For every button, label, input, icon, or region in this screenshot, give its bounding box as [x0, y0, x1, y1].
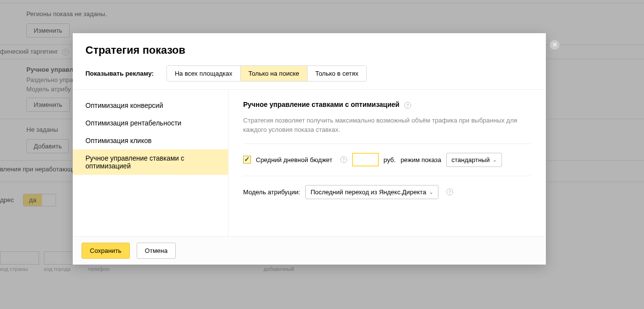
help-icon[interactable]: ? — [340, 156, 347, 163]
attribution-value: Последний переход из Яндекс.Директа — [311, 188, 426, 196]
chevron-down-icon: ⌄ — [493, 157, 497, 163]
close-icon[interactable]: ✕ — [550, 40, 560, 50]
placement-segment: На всех площадках Только на поиске Тольк… — [166, 65, 367, 82]
help-icon[interactable]: ? — [446, 188, 453, 195]
show-ads-label: Показывать рекламу: — [85, 70, 154, 77]
daily-budget-input[interactable] — [352, 153, 379, 166]
strategy-sidebar: Оптимизация конверсий Оптимизация рентаб… — [73, 90, 229, 236]
chevron-down-icon: ⌄ — [429, 189, 433, 195]
pane-title: Ручное управление ставками с оптимизацие… — [243, 101, 399, 108]
show-mode-select[interactable]: стандартный ⌄ — [446, 153, 502, 167]
sidebar-item-clicks[interactable]: Оптимизация кликов — [73, 132, 228, 149]
modal-header: Стратегия показов Показывать рекламу: На… — [73, 33, 546, 89]
segment-all[interactable]: На всех площадках — [167, 66, 240, 81]
cancel-button[interactable]: Отмена — [137, 243, 176, 259]
sidebar-item-roi[interactable]: Оптимизация рентабельности — [73, 114, 228, 132]
modal-body: Оптимизация конверсий Оптимизация рентаб… — [73, 89, 546, 236]
attribution-select[interactable]: Последний переход из Яндекс.Директа ⌄ — [305, 185, 438, 199]
segment-search[interactable]: Только на поиске — [240, 66, 307, 81]
show-mode-value: стандартный — [452, 156, 490, 164]
pane-description: Стратегия позволяет получить максимально… — [243, 116, 531, 135]
sidebar-item-conversions[interactable]: Оптимизация конверсий — [73, 97, 228, 114]
daily-budget-checkbox[interactable] — [243, 156, 251, 164]
modal-footer: Сохранить Отмена — [73, 236, 546, 265]
sidebar-item-manual[interactable]: Ручное управление ставками с оптимизацие… — [73, 149, 228, 175]
segment-networks[interactable]: Только в сетях — [307, 66, 366, 81]
strategy-pane: Ручное управление ставками с оптимизацие… — [229, 90, 546, 236]
modal-title: Стратегия показов — [85, 44, 533, 57]
save-button[interactable]: Сохранить — [82, 243, 130, 259]
strategy-modal: ✕ Стратегия показов Показывать рекламу: … — [73, 33, 546, 265]
mode-label: режим показа — [400, 156, 441, 164]
currency-label: руб. — [384, 156, 396, 164]
help-icon[interactable]: ? — [404, 102, 411, 109]
attribution-label: Модель атрибуции: — [243, 188, 300, 196]
daily-budget-label: Средний дневной бюджет — [256, 156, 332, 164]
